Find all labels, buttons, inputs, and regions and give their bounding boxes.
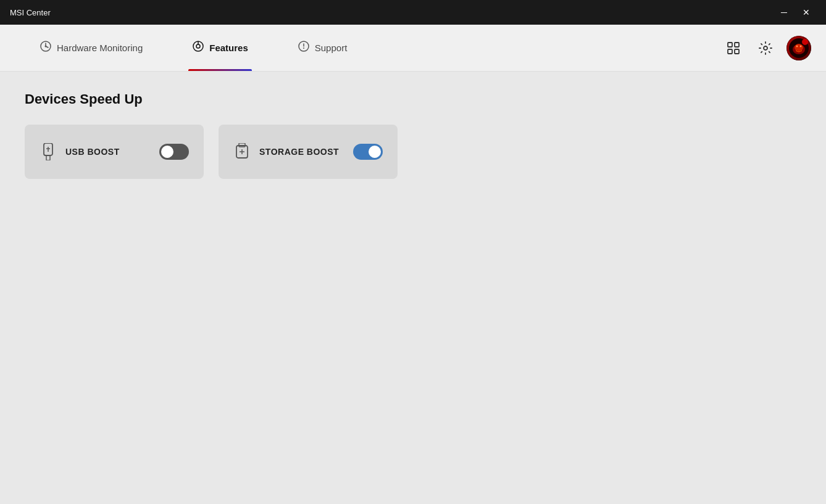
tab-features-label: Features: [209, 43, 248, 53]
usb-boost-icon: [40, 143, 57, 160]
grid-view-button[interactable]: [722, 37, 745, 59]
svg-rect-8: [728, 43, 732, 47]
usb-boost-slider: [159, 144, 189, 160]
svg-point-3: [196, 44, 200, 48]
svg-rect-26: [239, 143, 245, 147]
settings-button[interactable]: [754, 37, 777, 59]
tab-support-label: Support: [315, 43, 348, 53]
svg-point-20: [802, 39, 808, 45]
usb-boost-toggle[interactable]: [159, 144, 189, 160]
svg-point-15: [795, 44, 803, 51]
app-title: MSI Center: [10, 8, 51, 17]
storage-boost-card-left: STORAGE BOOST: [233, 143, 339, 160]
usb-boost-label: USB BOOST: [65, 147, 120, 157]
svg-point-7: [303, 48, 304, 49]
storage-boost-slider: [353, 144, 383, 160]
svg-point-19: [800, 46, 801, 47]
nav-right-controls: [722, 36, 811, 60]
svg-rect-10: [728, 49, 732, 54]
hardware-monitoring-icon: [40, 40, 52, 56]
storage-boost-label: STORAGE BOOST: [259, 147, 339, 157]
window-controls: ─ ✕: [774, 4, 816, 21]
close-button[interactable]: ✕: [796, 4, 816, 21]
main-content: Devices Speed Up USB BOOST: [0, 72, 826, 504]
svg-rect-22: [46, 155, 50, 160]
tab-hardware-monitoring-label: Hardware Monitoring: [57, 43, 143, 53]
svg-rect-9: [735, 43, 739, 47]
nav-tabs: Hardware Monitoring Features: [15, 25, 372, 71]
usb-boost-card-left: USB BOOST: [40, 143, 120, 160]
avatar-image: [786, 36, 811, 60]
boost-cards: USB BOOST STORAGE BOOST: [25, 125, 801, 179]
svg-rect-11: [735, 49, 739, 54]
support-icon: [298, 40, 310, 56]
storage-boost-icon: [233, 143, 251, 160]
usb-boost-card: USB BOOST: [25, 125, 204, 179]
tab-hardware-monitoring[interactable]: Hardware Monitoring: [15, 25, 167, 71]
title-bar: MSI Center ─ ✕: [0, 0, 826, 25]
svg-point-12: [764, 46, 767, 50]
section-title: Devices Speed Up: [25, 91, 801, 107]
storage-boost-toggle[interactable]: [353, 144, 383, 160]
svg-point-1: [45, 46, 47, 48]
svg-point-18: [796, 46, 798, 47]
features-icon: [192, 40, 204, 56]
minimize-button[interactable]: ─: [774, 4, 794, 21]
tab-features[interactable]: Features: [167, 25, 273, 71]
nav-bar: Hardware Monitoring Features: [0, 25, 826, 72]
storage-boost-card: STORAGE BOOST: [219, 125, 398, 179]
user-avatar[interactable]: [786, 36, 811, 60]
tab-support[interactable]: Support: [273, 25, 372, 71]
